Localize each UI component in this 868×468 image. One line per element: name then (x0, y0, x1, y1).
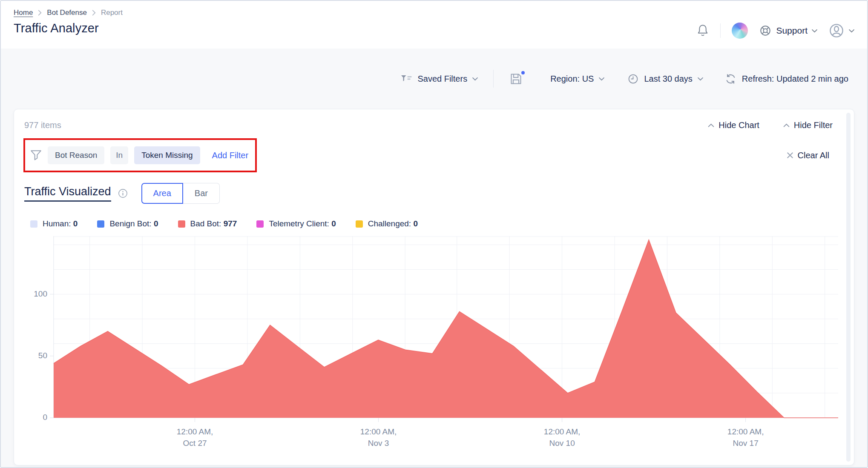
x-axis-tick-label: 12:00 AM,Nov 17 (727, 426, 764, 449)
app-window: Home Bot Defense Report Traffic Analyzer (0, 0, 868, 468)
breadcrumb-current: Report (101, 9, 123, 17)
chevron-up-icon (783, 123, 790, 128)
close-x-icon (787, 152, 793, 159)
x-axis-tick-label: 12:00 AM,Nov 10 (544, 426, 581, 449)
info-icon[interactable] (118, 188, 128, 198)
y-axis-tick-label: 0 (24, 413, 47, 422)
breadcrumb: Home Bot Defense Report (14, 9, 123, 17)
saved-filters-dropdown[interactable]: Saved Filters (401, 74, 478, 84)
filter-field-chip[interactable]: Bot Reason (48, 146, 104, 164)
top-header: Home Bot Defense Report Traffic Analyzer (1, 1, 867, 49)
report-card: 977 items Hide Chart Hide Filter (14, 109, 854, 465)
add-filter-button[interactable]: Add Filter (212, 151, 249, 160)
chevron-right-icon (92, 10, 96, 16)
user-avatar-icon (828, 23, 845, 39)
legend-label: Challenged: 0 (368, 219, 418, 228)
workspace-avatar[interactable] (732, 23, 748, 39)
filter-list-icon (401, 75, 412, 83)
support-label: Support (776, 26, 808, 36)
view-bar-button[interactable]: Bar (183, 183, 220, 204)
chevron-down-icon (599, 77, 604, 81)
chevron-right-icon (38, 10, 42, 16)
hide-chart-label: Hide Chart (719, 120, 759, 130)
clear-all-button[interactable]: Clear All (787, 151, 829, 160)
y-axis-tick-label: 50 (24, 351, 47, 360)
active-filter-group: Bot Reason In Token Missing Add Filter (30, 142, 248, 168)
card-header-row: 977 items Hide Chart Hide Filter (24, 120, 844, 130)
legend-swatch (97, 220, 104, 228)
region-dropdown[interactable]: Region: US (550, 74, 604, 84)
chevron-down-icon (812, 29, 817, 33)
breadcrumb-section[interactable]: Bot Defense (47, 9, 87, 17)
legend-item[interactable]: Challenged: 0 (356, 219, 418, 228)
legend-label: Human: 0 (43, 219, 78, 228)
toolbar-divider (493, 70, 494, 88)
header-divider (720, 23, 721, 38)
saved-filters-label: Saved Filters (417, 74, 467, 84)
refresh-button[interactable]: Refresh: Updated 2 min ago (724, 73, 848, 85)
refresh-icon (724, 73, 737, 85)
chart-section-header: Traffic Visualized Area Bar (24, 183, 844, 204)
refresh-status-label: Refresh: Updated 2 min ago (742, 74, 848, 84)
time-range-dropdown[interactable]: Last 30 days (627, 73, 703, 85)
legend-item[interactable]: Bad Bot: 977 (178, 219, 237, 228)
support-menu[interactable]: Support (759, 24, 817, 37)
notifications-bell-icon[interactable] (696, 24, 709, 38)
chevron-up-icon (708, 123, 714, 128)
items-count: 977 items (24, 120, 61, 130)
legend-swatch (30, 220, 37, 228)
region-label: Region: US (550, 74, 594, 84)
save-filter-button[interactable] (509, 72, 523, 86)
legend-item[interactable]: Benign Bot: 0 (97, 219, 158, 228)
legend-swatch (178, 220, 185, 228)
time-range-label: Last 30 days (644, 74, 692, 84)
filter-operator-chip[interactable]: In (110, 146, 128, 164)
clear-all-label: Clear All (798, 151, 829, 160)
legend-label: Benign Bot: 0 (109, 219, 158, 228)
hide-filter-label: Hide Filter (794, 120, 833, 130)
header-left: Home Bot Defense Report Traffic Analyzer (14, 9, 123, 49)
filter-bar: Bot Reason In Token Missing Add Filter C… (24, 142, 844, 168)
chevron-down-icon (849, 29, 854, 33)
user-account-menu[interactable] (828, 23, 854, 39)
page-body: Saved Filters Region: US Las (1, 49, 867, 468)
breadcrumb-home-link[interactable]: Home (14, 9, 33, 17)
legend-item[interactable]: Telemetry Client: 0 (256, 219, 336, 228)
chart-filter-toggles: Hide Chart Hide Filter (708, 120, 833, 130)
chevron-down-icon (472, 77, 478, 81)
chevron-down-icon (698, 77, 703, 81)
clock-icon (627, 73, 639, 85)
hide-filter-toggle[interactable]: Hide Filter (783, 120, 833, 130)
funnel-filter-icon (30, 150, 42, 161)
x-axis-tick-label: 12:00 AM,Nov 3 (360, 426, 397, 449)
hide-chart-toggle[interactable]: Hide Chart (708, 120, 759, 130)
legend-swatch (356, 220, 363, 228)
unsaved-changes-dot (520, 70, 526, 75)
chart-legend: Human: 0Benign Bot: 0Bad Bot: 977Telemet… (24, 219, 844, 228)
traffic-area-chart: 050100 12:00 AM,Oct 2712:00 AM,Nov 312:0… (24, 236, 844, 449)
report-toolbar: Saved Filters Region: US Las (1, 49, 867, 109)
section-title[interactable]: Traffic Visualized (24, 185, 111, 202)
legend-label: Telemetry Client: 0 (269, 219, 336, 228)
filter-value-chip[interactable]: Token Missing (134, 146, 200, 164)
area-chart-canvas[interactable] (49, 236, 838, 426)
chart-type-switcher: Area Bar (141, 183, 220, 204)
legend-item[interactable]: Human: 0 (30, 219, 78, 228)
lifebuoy-icon (759, 24, 772, 37)
legend-label: Bad Bot: 977 (190, 219, 237, 228)
x-axis-tick-label: 12:00 AM,Oct 27 (177, 426, 213, 449)
page-title: Traffic Analyzer (14, 21, 123, 35)
header-actions: Support (696, 9, 854, 49)
legend-swatch (256, 220, 264, 228)
scrollbar[interactable] (846, 113, 851, 462)
view-area-button[interactable]: Area (141, 183, 183, 204)
y-axis-tick-label: 100 (24, 289, 47, 299)
